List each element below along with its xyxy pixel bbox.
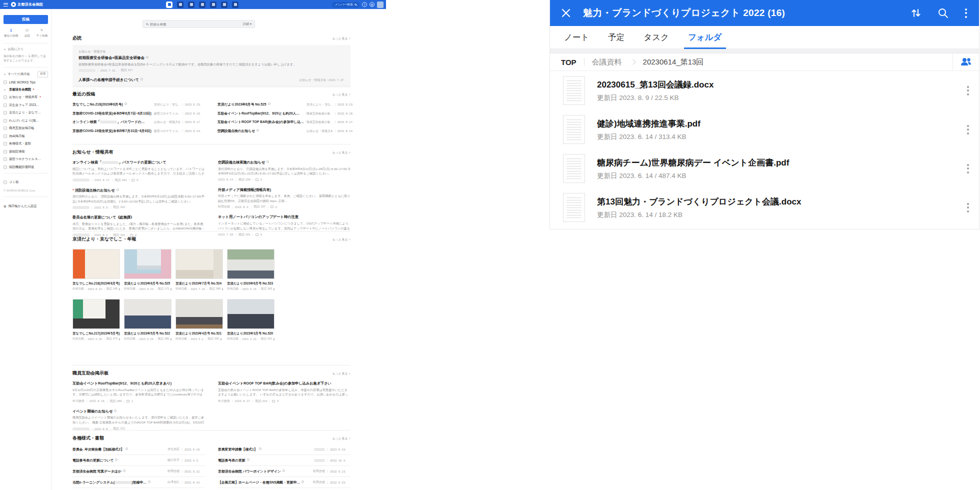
sidebar-item-covid[interactable]: 新型コロナウイルス…: [4, 157, 48, 162]
notice-post[interactable]: * 消防設備点検のお知らせ 添付資料のとおり、消防設備点検を実施します。①令和5…: [72, 188, 205, 210]
magazine-card[interactable]: 京済だより2023年3月号 No.520 松岡志穂|2023. 3. 22.|既…: [227, 299, 274, 341]
sidebar-item-fair[interactable]: 済生会フェア 2023…: [4, 103, 48, 108]
mutual-aid-post[interactable]: 互助会イベントROOF TOP BAR(飲み会)の参加申し込みお急ぎ下さい 互助…: [218, 381, 350, 404]
see-more-link[interactable]: もっと見る >: [332, 372, 350, 376]
form-row[interactable]: 委員変更申請書【様式1】2023. 6. 19.: [218, 444, 350, 455]
magazine-card[interactable]: 京済だより2023年7月号 No.524 松岡志穂|2023. 7. 24.|既…: [176, 249, 223, 291]
post-row[interactable]: 空調設備点検のお知らせお知らせ・情報共有2023. 8. 14.: [218, 128, 357, 134]
post-search-bar: 詳細 ▾: [142, 20, 255, 28]
magazine-card[interactable]: 京済だより2023年8月号 No.525 松岡志穂|2023. 8. 23.|既…: [124, 249, 172, 291]
section-title: 京済だより・京なでしこ・年報: [72, 236, 136, 242]
post-row[interactable]: 互助会イベントROOF TOP BAR(飲み会)の参加申し込…職員互助会掲示板2…: [218, 120, 357, 124]
settings-gear-icon[interactable]: ⚙: [370, 2, 374, 7]
manage-boards-button[interactable]: 管理: [38, 71, 48, 78]
tab-note[interactable]: ノート: [564, 32, 589, 43]
see-more-link[interactable]: もっと見る >: [332, 150, 350, 155]
file-options-icon[interactable]: [965, 123, 971, 136]
help-icon[interactable]: ?: [362, 2, 367, 7]
contacts-app-icon[interactable]: [199, 2, 206, 8]
form-row[interactable]: 電話番号表の更新2022. 10. 3.: [218, 455, 350, 466]
sidebar-item-free[interactable]: 自由掲示板: [4, 134, 48, 138]
tab-task[interactable]: タスク: [644, 32, 669, 43]
file-options-icon[interactable]: [965, 162, 971, 176]
form-row[interactable]: 電話番号表の更新について細川良平2023. 4. 3.: [72, 455, 205, 466]
photo-thumbnail: [227, 249, 274, 279]
form-row[interactable]: 委員会_年次報告書【別紙様式2】吉丸知宏2023. 6. 19.: [72, 444, 205, 455]
sidebar-item-tips[interactable]: LINE WORKS Tips: [4, 80, 48, 84]
collapse-caret-icon[interactable]: ▲: [4, 48, 6, 50]
must-read-post[interactable]: お知らせ・情報共有 前期医療安全研修会×医薬品安全研修会 前期医療安全研修会×医…: [78, 50, 344, 72]
form-row[interactable]: 当院e-ラーニングシステム()登録申…白澤信行2022. 8. 10.: [72, 477, 205, 488]
see-more-link[interactable]: もっと見る >: [332, 92, 350, 97]
filter-myposts[interactable]: ✎ マイ投稿: [36, 28, 48, 38]
post-row[interactable]: 互助会イベントRoofTopBar(9/12、9/20とも約20人…職員互助会掲…: [218, 111, 357, 116]
breadcrumb-top[interactable]: TOP: [561, 58, 576, 66]
tab-schedule[interactable]: 予定: [608, 32, 624, 43]
sidebar-item-forms[interactable]: 各種様式・書類: [4, 142, 48, 146]
post-search-input[interactable]: [150, 22, 241, 26]
avatar[interactable]: [377, 2, 384, 8]
notice-post[interactable]: 空調設備点検実施のお知らせ 添付資料のとおり、空調設備点検を実施します。①令和5…: [218, 160, 350, 182]
see-more-link[interactable]: もっと見る >: [332, 436, 350, 441]
magazine-card[interactable]: 京済だより2023年4月号 No.521 松岡志穂|2023. 5. 1.|既読…: [176, 299, 223, 341]
board-easy-setting[interactable]: ⚙掲示板かんたん設定: [4, 204, 48, 208]
close-icon[interactable]: [561, 8, 571, 18]
post-row[interactable]: 京都府COVID-19発生状況(令和5年7月31日~8月6日)新型コロナウイル……: [72, 128, 204, 134]
file-row[interactable]: 第13回魅力・ブランドづくりプロジェクト会議.docx 更新日 2023. 6.…: [550, 188, 979, 227]
member-search-pill[interactable]: メンバー検索: [332, 2, 360, 8]
sidebar-item-trash[interactable]: ゴミ箱: [4, 180, 48, 184]
file-row[interactable]: 糖尿病チーム)世界糖尿病デー イベント企画書.pdf 更新日 2023. 6. …: [550, 149, 979, 188]
mutual-aid-post[interactable]: イベント開催のお知らせ 職員互助会よりイベント開催のお知らせをいたします。添付資…: [72, 409, 205, 432]
magazine-card[interactable]: 京なでしこNo.217(2023年5月号) 松岡志穂|2023. 5. 26.|…: [72, 299, 120, 341]
post-row[interactable]: オンライン検索「」パスワードの…お知らせ・情報共有2023. 8. 17.: [72, 120, 204, 124]
advanced-search-toggle[interactable]: 詳細 ▾: [243, 22, 252, 26]
form-row[interactable]: 京都済生会病院 写真データほか松岡志穂2022. 9. 22.: [72, 466, 205, 477]
search-icon[interactable]: [937, 7, 949, 19]
post-row[interactable]: 京なでしこNo.218(2023年8月号)京済だより・京な…2023. 8. 2…: [72, 102, 204, 107]
filter-mustread[interactable]: ☑ 必読: [24, 28, 30, 38]
mutual-aid-post[interactable]: 互助会イベントRoofTopBar(9/12、9/20とも約20人空きあり) 9…: [72, 381, 205, 404]
breadcrumb-folder[interactable]: 会議資料: [592, 58, 622, 67]
see-more-link[interactable]: もっと見る >: [332, 36, 350, 41]
notice-post[interactable]: オンライン検索「」パスワードの更新について 標記については、契約上パスワードを半…: [72, 160, 205, 182]
sidebar-item-renkei[interactable]: れんけいだより(地…: [4, 118, 48, 123]
drive-app-icon[interactable]: [221, 2, 228, 8]
tab-folder[interactable]: フォルダ: [688, 32, 722, 43]
sidebar-group-hospital[interactable]: ▲京都済生会病院*: [4, 88, 48, 92]
new-post-button[interactable]: 投稿: [4, 15, 48, 24]
sidebar-item-notice[interactable]: お知らせ・情報共有*: [4, 95, 48, 100]
calendar-app-icon[interactable]: [188, 2, 194, 8]
home-app-icon[interactable]: [232, 2, 238, 8]
file-row[interactable]: 20230615_第13回会議録.docx 更新日 2023. 8. 9 / 2…: [550, 71, 979, 110]
hamburger-menu-icon[interactable]: [4, 3, 8, 6]
collapse-caret-icon[interactable]: ▲: [4, 72, 6, 76]
members-button[interactable]: [953, 57, 979, 67]
post-row[interactable]: 京都府COVID-19発生状況(令和5年8月7日~8月13日)新型コロナウイル……: [72, 111, 204, 116]
sidebar-item-mutualaid[interactable]: 職員互助会掲示板: [4, 126, 48, 130]
post-row[interactable]: 京済だより2023年8月号 No.525京済だより・京な…2023. 8. 23…: [218, 102, 357, 107]
form-row[interactable]: 京都済生会病院 パワーポイントデザイン松岡志穂2022. 9. 13.: [218, 466, 350, 477]
sidebar-item-evaluation[interactable]: 病院機能評価関連: [4, 165, 48, 170]
notice-post[interactable]: 外部メディア掲載情報(情報共有) 外部メディアに掲載された情報を共有します。各自…: [218, 188, 350, 210]
sort-icon[interactable]: [910, 7, 922, 19]
form-row[interactable]: 【企画広報】ホームページ・各種SNS掲載・更新申…松岡志穂2022. 6. 23…: [218, 477, 350, 488]
message-app-icon[interactable]: [177, 2, 184, 8]
magazine-card[interactable]: 京なでしこNo.218(2023年8月号) 松岡志穂|2023. 8. 23.|…: [72, 249, 120, 291]
pencil-icon: ✎: [36, 28, 48, 33]
redacted-author: [314, 459, 325, 462]
file-options-icon[interactable]: [965, 84, 971, 98]
see-more-link[interactable]: もっと見る >: [332, 238, 350, 242]
file-row[interactable]: 健診)地域連携推進事業.pdf 更新日 2023. 6. 14 / 313.4 …: [550, 110, 979, 149]
magazine-card[interactable]: 京済だより2023年5月号 No.522 松岡志穂|2023. 5. 26.|既…: [124, 299, 172, 341]
more-options-icon[interactable]: [964, 8, 968, 19]
file-options-icon[interactable]: [965, 201, 971, 214]
must-read-post[interactable]: 人事課への各種申請手続きについて お知らせ・情報共有 | 2023. 7. 27…: [78, 78, 344, 82]
board-app-icon[interactable]: [166, 2, 172, 8]
sidebar-item-magazine[interactable]: 京済だより・京なで…: [4, 110, 48, 115]
sidebar-item-newhospital[interactable]: 新病院情報: [4, 150, 48, 154]
task-app-icon[interactable]: [210, 2, 216, 8]
attachment-icon: [115, 458, 118, 461]
filter-recent[interactable]: 1 最近の投稿: [4, 28, 18, 38]
app-switcher: [166, 2, 238, 8]
magazine-card[interactable]: 京済だより2023年6月号 No.523 松岡志穂|2023. 6. 16.|既…: [227, 249, 274, 291]
